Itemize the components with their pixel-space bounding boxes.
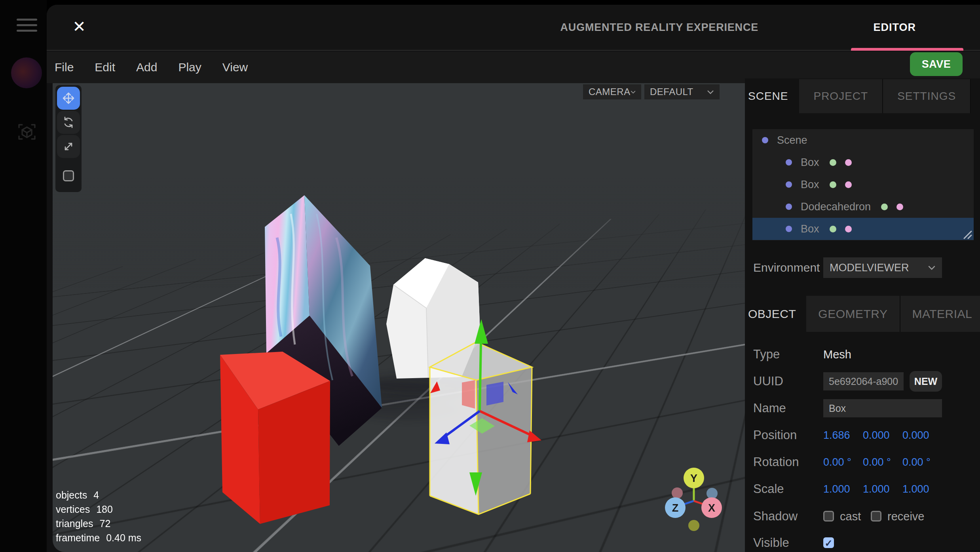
camera-mode-value: DEFAULT <box>650 86 693 97</box>
gizmo-plane-xy[interactable] <box>462 380 475 409</box>
position-row: Position 1.686 0.000 0.000 <box>745 425 980 445</box>
hamburger-menu-icon[interactable] <box>17 19 37 32</box>
active-tab-indicator <box>851 48 963 51</box>
chevron-down-icon <box>707 90 714 94</box>
scene-outliner: Scene Box Box Dodecahedron <box>752 129 974 240</box>
tab-ar-experience[interactable]: AUGMENTED REALITY EXPERIENCE <box>560 5 758 50</box>
axis-y-label: Y <box>690 472 697 484</box>
type-row: Type Mesh <box>745 344 980 365</box>
titlebar: ✕ AUGMENTED REALITY EXPERIENCE EDITOR <box>47 5 980 51</box>
editor-window: ✕ AUGMENTED REALITY EXPERIENCE EDITOR Fi… <box>47 5 980 552</box>
geometry-dot-icon <box>881 204 888 210</box>
tab-scene[interactable]: SCENE <box>748 79 799 113</box>
menu-add[interactable]: Add <box>136 61 157 74</box>
material-dot-icon <box>845 181 852 188</box>
axis-x-label: X <box>708 502 715 514</box>
scale-icon <box>62 140 75 153</box>
visible-checkbox[interactable]: ✓ <box>823 537 834 548</box>
ar-cube-icon[interactable] <box>17 122 36 141</box>
scene-canvas[interactable] <box>53 83 745 552</box>
move-icon <box>62 91 75 105</box>
avatar[interactable] <box>11 57 42 88</box>
viewport-toolbar <box>55 85 82 192</box>
object-tabs: OBJECT GEOMETRY MATERIAL <box>748 296 980 332</box>
material-dot-icon <box>845 226 852 232</box>
uuid-new-button[interactable]: NEW <box>910 371 942 392</box>
chevron-down-icon <box>631 90 636 94</box>
outliner-label: Box <box>801 156 819 169</box>
scale-z-field[interactable]: 1.000 <box>902 479 942 499</box>
outliner-item-dodecahedron[interactable]: Dodecahedron <box>752 196 974 218</box>
axis-z-label: Z <box>672 502 679 514</box>
camera-mode-select[interactable]: DEFAULT <box>644 84 720 99</box>
type-value: Mesh <box>823 344 851 365</box>
gizmo-plane-yz[interactable] <box>486 382 503 405</box>
axis-neg-y-dot[interactable] <box>688 520 699 531</box>
shadow-receive-checkbox[interactable] <box>871 511 881 522</box>
axis-helper[interactable]: Y Z X <box>646 459 741 552</box>
tab-project[interactable]: PROJECT <box>799 79 883 113</box>
move-tool-button[interactable] <box>57 87 80 110</box>
scale-tool-button[interactable] <box>57 135 80 158</box>
outliner-label: Box <box>801 223 819 235</box>
outliner-item-box-1[interactable]: Box <box>752 151 974 173</box>
environment-value: MODELVIEWER <box>830 262 909 274</box>
tab-object[interactable]: OBJECT <box>748 296 806 332</box>
name-input[interactable] <box>823 399 942 417</box>
object-bullet-icon <box>786 204 792 210</box>
object-bullet-icon <box>762 137 768 143</box>
object-box-red[interactable] <box>220 352 330 524</box>
host-sidebar <box>0 0 47 552</box>
tab-editor[interactable]: EDITOR <box>873 5 916 50</box>
environment-select[interactable]: MODELVIEWER <box>823 257 942 278</box>
outliner-item-box-2[interactable]: Box <box>752 173 974 196</box>
position-x-field[interactable]: 1.686 <box>823 425 863 445</box>
close-icon[interactable]: ✕ <box>70 17 89 36</box>
stat-objects-value: 4 <box>93 488 99 502</box>
position-y-field[interactable]: 0.000 <box>863 425 902 445</box>
outliner-item-scene[interactable]: Scene <box>752 129 974 151</box>
scale-y-field[interactable]: 1.000 <box>863 479 902 499</box>
menu-view[interactable]: View <box>222 61 248 74</box>
rotate-icon <box>62 116 75 129</box>
object-bullet-icon <box>786 159 792 166</box>
axis-neg-z-dot[interactable] <box>707 488 718 499</box>
viewport-3d[interactable]: CAMERA DEFAULT objects4 vertices180 tria… <box>53 83 745 552</box>
rotation-x-field[interactable]: 0.00 ° <box>823 452 863 472</box>
stat-vertices-label: vertices <box>56 502 90 516</box>
uuid-input[interactable] <box>823 372 904 390</box>
shadow-receive-label: receive <box>887 506 925 527</box>
position-label: Position <box>753 425 797 445</box>
save-button[interactable]: SAVE <box>910 52 963 76</box>
outliner-resize-handle[interactable] <box>962 229 972 239</box>
menu-edit[interactable]: Edit <box>95 61 115 74</box>
gizmo-x-arrow[interactable] <box>527 430 541 442</box>
render-stats: objects4 vertices180 triangles72 frameti… <box>56 488 141 545</box>
object-bullet-icon <box>786 226 792 232</box>
tab-settings[interactable]: SETTINGS <box>883 79 971 113</box>
tab-material[interactable]: MATERIAL <box>900 296 980 332</box>
rotate-tool-button[interactable] <box>57 111 80 134</box>
geometry-dot-icon <box>830 226 836 232</box>
tab-geometry[interactable]: GEOMETRY <box>806 296 900 332</box>
outliner-label: Scene <box>777 134 807 147</box>
rotation-y-field[interactable]: 0.00 ° <box>863 452 902 472</box>
gizmo-space-toggle[interactable] <box>63 170 74 181</box>
panel-tabs: SCENE PROJECT SETTINGS <box>748 79 971 113</box>
camera-select[interactable]: CAMERA <box>583 84 641 99</box>
environment-label: Environment <box>753 258 824 277</box>
shadow-cast-checkbox[interactable] <box>823 511 834 522</box>
axis-neg-x-dot[interactable] <box>672 487 683 499</box>
menu-play[interactable]: Play <box>178 61 201 74</box>
chevron-down-icon <box>928 265 936 270</box>
outliner-item-box-3-selected[interactable]: Box <box>752 218 974 240</box>
scale-x-field[interactable]: 1.000 <box>823 479 863 499</box>
shadow-cast-label: cast <box>840 506 861 527</box>
material-dot-icon <box>896 204 903 210</box>
visible-row: Visible ✓ <box>745 533 980 552</box>
geometry-dot-icon <box>830 159 836 166</box>
menu-file[interactable]: File <box>55 61 74 74</box>
name-row: Name <box>745 398 980 419</box>
position-z-field[interactable]: 0.000 <box>902 425 942 445</box>
rotation-z-field[interactable]: 0.00 ° <box>902 452 942 472</box>
